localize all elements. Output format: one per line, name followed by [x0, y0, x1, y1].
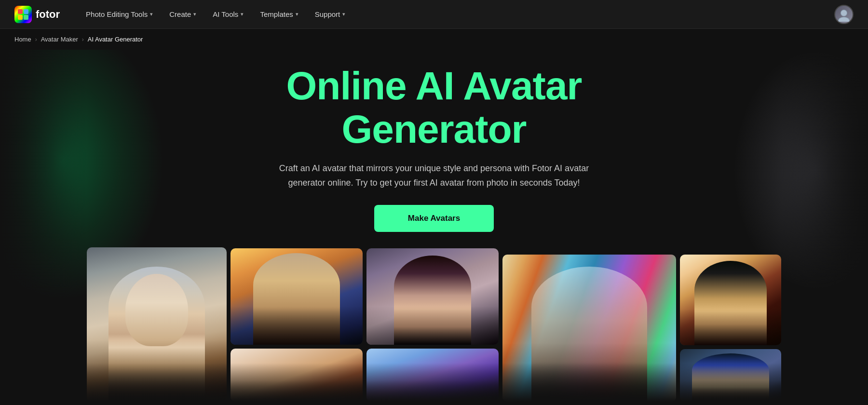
- logo-text: fotor: [36, 8, 60, 21]
- chevron-down-icon: ▾: [150, 11, 153, 17]
- chevron-down-icon: ▾: [342, 11, 345, 17]
- breadcrumb-separator-2: ›: [82, 36, 84, 43]
- avatar-image-5: [366, 349, 499, 402]
- svg-rect-2: [18, 15, 23, 20]
- chevron-down-icon: ▾: [241, 11, 244, 17]
- page-title: Online AI Avatar Generator: [217, 64, 651, 151]
- avatar-image-4: [231, 349, 363, 402]
- breadcrumb-parent[interactable]: Avatar Maker: [41, 36, 78, 43]
- nav-item-photo-editing[interactable]: Photo Editing Tools ▾: [79, 6, 160, 22]
- avatar-image-6: [502, 255, 676, 402]
- logo[interactable]: fotor: [14, 6, 60, 23]
- svg-rect-0: [18, 9, 23, 14]
- breadcrumb-home[interactable]: Home: [14, 36, 31, 43]
- avatar-gallery: [0, 247, 868, 402]
- nav-items: Photo Editing Tools ▾ Create ▾ AI Tools …: [79, 6, 834, 22]
- nav-item-ai-tools[interactable]: AI Tools ▾: [206, 6, 250, 22]
- main-content: Online AI Avatar Generator Craft an AI a…: [0, 50, 868, 402]
- nav-item-create[interactable]: Create ▾: [163, 6, 203, 22]
- nav-item-support[interactable]: Support ▾: [308, 6, 353, 22]
- logo-icon: [14, 6, 32, 23]
- svg-rect-3: [24, 15, 28, 20]
- hero-section: Online AI Avatar Generator Craft an AI a…: [0, 50, 868, 232]
- user-avatar[interactable]: [834, 5, 854, 24]
- svg-rect-1: [24, 9, 28, 14]
- hero-subtitle: Craft an AI avatar that mirrors your uni…: [270, 162, 598, 190]
- avatar-image-7: [680, 255, 781, 345]
- avatar-image-8: [680, 349, 781, 402]
- breadcrumb-separator-1: ›: [35, 36, 37, 43]
- avatar-image-2: [231, 248, 363, 345]
- avatar-row-bottom: [231, 349, 499, 402]
- breadcrumb-current: AI Avatar Generator: [88, 36, 143, 43]
- avatar-gallery-right: [680, 255, 781, 402]
- avatar-image-3: [366, 248, 499, 345]
- chevron-down-icon: ▾: [296, 11, 298, 17]
- svg-point-6: [841, 10, 847, 16]
- navbar: fotor Photo Editing Tools ▾ Create ▾ AI …: [0, 0, 868, 29]
- avatar-gallery-center: [231, 248, 499, 402]
- nav-item-templates[interactable]: Templates ▾: [253, 6, 305, 22]
- chevron-down-icon: ▾: [193, 11, 196, 17]
- avatar-image-1: [87, 247, 227, 402]
- breadcrumb: Home › Avatar Maker › AI Avatar Generato…: [0, 29, 868, 50]
- avatar-row-top: [231, 248, 499, 345]
- make-avatars-button[interactable]: Make Avatars: [374, 205, 494, 232]
